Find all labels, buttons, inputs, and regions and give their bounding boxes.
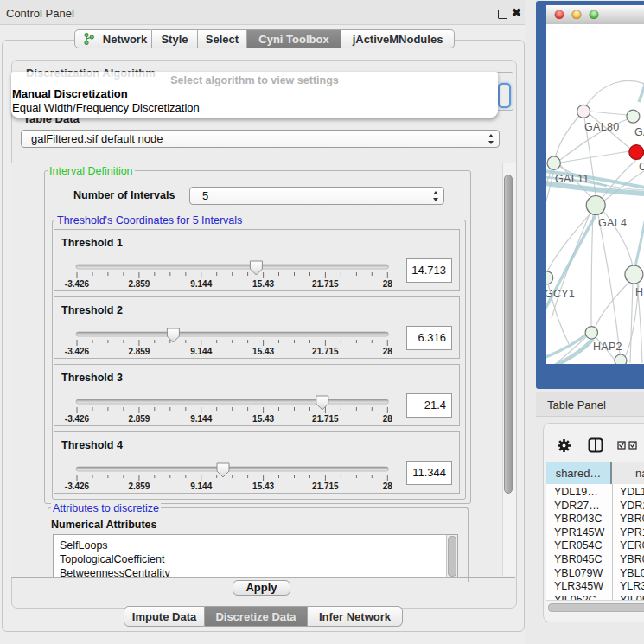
svg-text:15.43: 15.43: [252, 279, 274, 289]
svg-text:-3.426: -3.426: [65, 481, 90, 491]
svg-text:21.715: 21.715: [312, 347, 339, 356]
svg-text:2.859: 2.859: [128, 481, 150, 491]
svg-text:28: 28: [383, 347, 393, 356]
svg-text:H: H: [635, 286, 643, 298]
svg-text:28: 28: [383, 279, 393, 289]
svg-text:GAL11: GAL11: [555, 173, 590, 185]
svg-text:GAL4: GAL4: [598, 217, 627, 229]
svg-text:15.43: 15.43: [252, 347, 274, 356]
svg-text:21.715: 21.715: [312, 414, 339, 424]
svg-text:9.144: 9.144: [190, 347, 212, 356]
svg-text:-3.426: -3.426: [65, 279, 90, 289]
svg-text:C: C: [639, 161, 644, 173]
svg-text:HAP2: HAP2: [593, 341, 622, 353]
svg-text:9.144: 9.144: [190, 414, 212, 424]
svg-text:15.43: 15.43: [252, 481, 274, 491]
svg-text:9.144: 9.144: [190, 481, 212, 491]
svg-text:2.859: 2.859: [128, 279, 150, 289]
svg-text:28: 28: [383, 414, 393, 424]
svg-text:2.859: 2.859: [128, 414, 150, 424]
svg-text:21.715: 21.715: [312, 481, 339, 491]
svg-text:-3.426: -3.426: [65, 347, 90, 356]
svg-text:GAL80: GAL80: [584, 121, 619, 133]
svg-text:2.859: 2.859: [128, 347, 150, 356]
svg-text:28: 28: [383, 481, 393, 491]
svg-text:21.715: 21.715: [312, 279, 339, 289]
svg-text:GCY1: GCY1: [546, 288, 575, 300]
svg-text:GA: GA: [634, 126, 644, 138]
svg-text:-3.426: -3.426: [65, 414, 90, 424]
svg-text:9.144: 9.144: [190, 279, 212, 289]
svg-text:15.43: 15.43: [252, 414, 274, 424]
